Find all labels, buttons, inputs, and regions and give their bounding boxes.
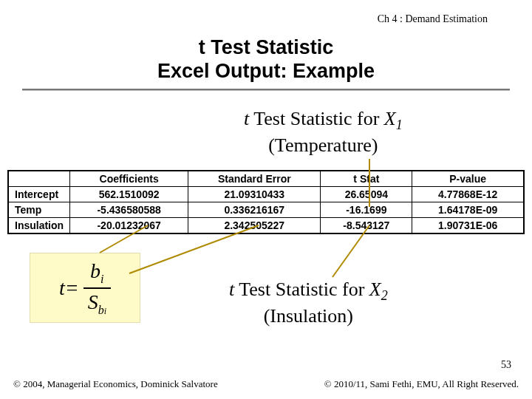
table-header-pvalue: P-value bbox=[412, 171, 524, 187]
formula-num-sym: b bbox=[90, 259, 100, 282]
formula-den-sub2: i bbox=[104, 305, 106, 316]
formula-den-sub1: b bbox=[98, 303, 104, 316]
footer-left: © 2004, Managerial Economics, Dominick S… bbox=[13, 378, 218, 390]
cell: 1.90731E-06 bbox=[412, 218, 524, 234]
title-underline bbox=[22, 89, 510, 91]
cell: 2.342505227 bbox=[188, 218, 321, 234]
callout-x1-idx: 1 bbox=[396, 117, 403, 132]
table-header-empty bbox=[8, 171, 70, 187]
callout-x2-var: X bbox=[369, 279, 381, 300]
formula-den-sym: S bbox=[88, 290, 98, 313]
callout-x2-idx: 2 bbox=[381, 288, 388, 303]
cell: 0.336216167 bbox=[188, 202, 321, 218]
callout-x1-var: X bbox=[384, 108, 396, 129]
table-header-se: Standard Error bbox=[188, 171, 321, 187]
table-row: Insulation -20.01232067 2.342505227 -8.5… bbox=[8, 218, 524, 234]
formula-num-sub: i bbox=[100, 273, 103, 285]
regression-table: Coefficients Standard Error t Stat P-val… bbox=[7, 170, 525, 234]
table-row: Temp -5.436580588 0.336216167 -16.1699 1… bbox=[8, 202, 524, 218]
callout-x2: t Test Statistic for X2 (Insulation) bbox=[229, 278, 388, 327]
slide-title: t Test Statistic Excel Output: Example bbox=[0, 35, 532, 83]
table-header-row: Coefficients Standard Error t Stat P-val… bbox=[8, 171, 524, 187]
cell: Insulation bbox=[8, 218, 70, 234]
title-line-2: Excel Output: Example bbox=[157, 60, 375, 82]
formula-denominator: Sbi bbox=[83, 289, 111, 317]
cell: 562.1510092 bbox=[70, 187, 188, 202]
table-header-coef: Coefficients bbox=[70, 171, 188, 187]
callout-x2-text: Test Statistic for bbox=[234, 279, 369, 300]
cell: 26.65094 bbox=[321, 187, 412, 202]
cell: 1.64178E-09 bbox=[412, 202, 524, 218]
formula-numerator: bi bbox=[83, 259, 111, 289]
callout-x1-text: Test Statistic for bbox=[249, 108, 384, 129]
cell: 4.77868E-12 bbox=[412, 187, 524, 202]
formula-box: t = bi Sbi bbox=[30, 253, 140, 323]
formula-eq: = bbox=[65, 276, 79, 300]
table-row: Intercept 562.1510092 21.09310433 26.650… bbox=[8, 187, 524, 202]
slide-number: 53 bbox=[501, 359, 511, 371]
table-header-tstat: t Stat bbox=[321, 171, 412, 187]
cell: -5.436580588 bbox=[70, 202, 188, 218]
cell: -20.01232067 bbox=[70, 218, 188, 234]
cell: Intercept bbox=[8, 187, 70, 202]
cell: -8.543127 bbox=[321, 218, 412, 234]
formula-lhs: t bbox=[59, 276, 65, 300]
cell: 21.09310433 bbox=[188, 187, 321, 202]
cell: Temp bbox=[8, 202, 70, 218]
chapter-label: Ch 4 : Demand Estimation bbox=[378, 13, 488, 25]
cell: -16.1699 bbox=[321, 202, 412, 218]
callout-x2-paren: (Insulation) bbox=[264, 305, 353, 327]
callout-x1: t Test Statistic for X1 (Temperature) bbox=[244, 107, 403, 157]
formula-fraction: bi Sbi bbox=[83, 259, 111, 316]
footer-right: © 2010/11, Sami Fethi, EMU, All Right Re… bbox=[324, 378, 519, 390]
title-line-1: t Test Statistic bbox=[199, 36, 334, 58]
callout-x1-paren: (Temperature) bbox=[268, 134, 378, 156]
